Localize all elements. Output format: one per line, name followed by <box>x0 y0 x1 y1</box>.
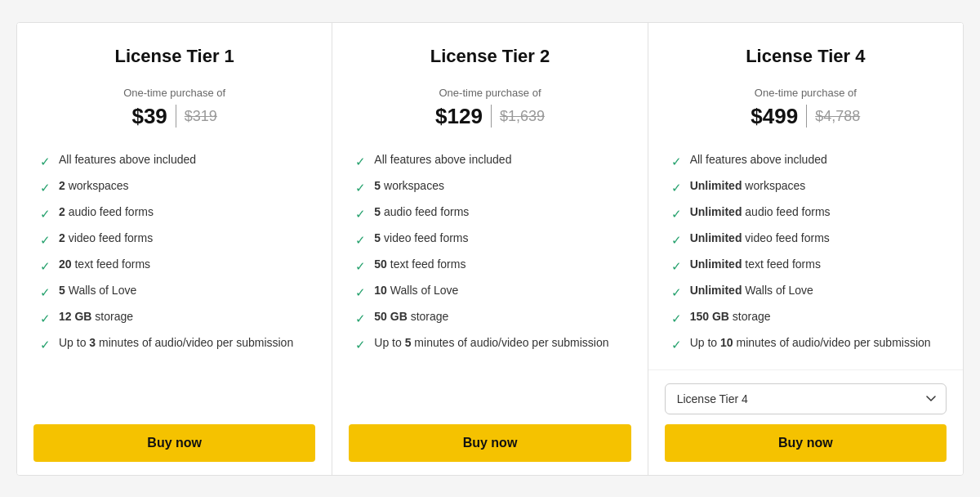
feature-text: Unlimited video feed forms <box>690 231 830 247</box>
list-item: ✓Up to 5 minutes of audio/video per subm… <box>355 335 624 353</box>
features-list-tier4: ✓All features above included✓Unlimited w… <box>671 152 940 353</box>
check-icon: ✓ <box>40 179 51 196</box>
card-title-tier1: License Tier 1 <box>40 46 309 67</box>
check-icon: ✓ <box>40 336 51 353</box>
price-original-tier2: $1,639 <box>500 108 545 125</box>
feature-text: 50 text feed forms <box>374 257 466 273</box>
feature-text: Unlimited audio feed forms <box>690 204 831 221</box>
tier-dropdown-tier4[interactable]: License Tier 4 <box>665 383 947 414</box>
check-icon: ✓ <box>671 179 682 196</box>
price-divider-tier2 <box>491 105 492 128</box>
feature-text: 2 audio feed forms <box>59 204 154 221</box>
check-icon: ✓ <box>355 205 366 222</box>
card-title-tier2: License Tier 2 <box>355 46 624 67</box>
list-item: ✓10 Walls of Love <box>355 283 624 301</box>
card-title-tier4: License Tier 4 <box>671 46 940 67</box>
feature-text: 5 video feed forms <box>374 231 468 247</box>
list-item: ✓All features above included <box>355 152 624 170</box>
list-item: ✓50 GB storage <box>355 309 624 327</box>
list-item: ✓5 audio feed forms <box>355 204 624 222</box>
check-icon: ✓ <box>40 284 51 301</box>
list-item: ✓Unlimited video feed forms <box>671 231 940 248</box>
feature-text: 2 video feed forms <box>59 231 153 247</box>
feature-text: 2 workspaces <box>59 178 129 195</box>
check-icon: ✓ <box>355 336 366 353</box>
price-original-tier1: $319 <box>185 108 217 125</box>
check-icon: ✓ <box>355 231 366 248</box>
list-item: ✓2 video feed forms <box>40 231 309 248</box>
check-icon: ✓ <box>671 153 682 170</box>
feature-text: Unlimited text feed forms <box>690 257 821 273</box>
list-item: ✓2 workspaces <box>40 178 309 196</box>
feature-text: All features above included <box>690 152 827 168</box>
buy-button-tier1[interactable]: Buy now <box>33 424 315 462</box>
pricing-card-tier4: License Tier 4One-time purchase of$499$4… <box>648 23 963 475</box>
list-item: ✓Unlimited audio feed forms <box>671 204 940 222</box>
price-original-tier4: $4,788 <box>815 108 860 125</box>
buy-button-tier4[interactable]: Buy now <box>665 424 947 462</box>
check-icon: ✓ <box>40 257 51 275</box>
buy-button-tier2[interactable]: Buy now <box>349 424 630 462</box>
check-icon: ✓ <box>355 179 366 196</box>
list-item: ✓All features above included <box>671 152 940 170</box>
feature-text: Up to 5 minutes of audio/video per submi… <box>374 335 608 351</box>
feature-text: 50 GB storage <box>374 309 448 325</box>
check-icon: ✓ <box>671 284 682 301</box>
feature-text: 5 Walls of Love <box>59 283 136 299</box>
features-list-tier1: ✓All features above included✓2 workspace… <box>40 152 309 353</box>
pricing-container: License Tier 1One-time purchase of$39$31… <box>16 22 964 476</box>
check-icon: ✓ <box>40 205 51 222</box>
price-current-tier1: $39 <box>131 104 167 129</box>
list-item: ✓Up to 3 minutes of audio/video per subm… <box>40 335 309 353</box>
check-icon: ✓ <box>671 310 682 327</box>
price-label-tier1: One-time purchase of <box>40 87 309 99</box>
feature-text: 150 GB storage <box>690 309 771 325</box>
list-item: ✓Unlimited text feed forms <box>671 257 940 275</box>
check-icon: ✓ <box>40 231 51 248</box>
list-item: ✓50 text feed forms <box>355 257 624 275</box>
list-item: ✓5 workspaces <box>355 178 624 196</box>
check-icon: ✓ <box>671 231 682 248</box>
feature-text: All features above included <box>374 152 511 168</box>
feature-text: 12 GB storage <box>59 309 133 325</box>
list-item: ✓Unlimited workspaces <box>671 178 940 196</box>
price-label-tier4: One-time purchase of <box>671 87 940 99</box>
check-icon: ✓ <box>355 284 366 301</box>
features-list-tier2: ✓All features above included✓5 workspace… <box>355 152 624 353</box>
list-item: ✓20 text feed forms <box>40 257 309 275</box>
check-icon: ✓ <box>355 310 366 327</box>
feature-text: 10 Walls of Love <box>374 283 458 299</box>
list-item: ✓Unlimited Walls of Love <box>671 283 940 301</box>
check-icon: ✓ <box>671 336 682 353</box>
feature-text: Unlimited workspaces <box>690 178 806 195</box>
feature-text: Unlimited Walls of Love <box>690 283 813 299</box>
price-divider-tier4 <box>806 105 807 128</box>
price-label-tier2: One-time purchase of <box>355 87 624 99</box>
list-item: ✓5 video feed forms <box>355 231 624 248</box>
feature-text: 5 audio feed forms <box>374 204 469 221</box>
check-icon: ✓ <box>40 153 51 170</box>
list-item: ✓5 Walls of Love <box>40 283 309 301</box>
feature-text: 5 workspaces <box>374 178 444 195</box>
check-icon: ✓ <box>40 310 51 327</box>
price-current-tier4: $499 <box>751 104 798 129</box>
check-icon: ✓ <box>671 257 682 275</box>
pricing-card-tier2: License Tier 2One-time purchase of$129$1… <box>332 23 648 475</box>
price-divider-tier1 <box>176 105 176 128</box>
list-item: ✓12 GB storage <box>40 309 309 327</box>
price-current-tier2: $129 <box>435 104 483 129</box>
check-icon: ✓ <box>355 153 366 170</box>
list-item: ✓150 GB storage <box>671 309 940 327</box>
check-icon: ✓ <box>671 205 682 222</box>
feature-text: Up to 3 minutes of audio/video per submi… <box>59 335 293 351</box>
check-icon: ✓ <box>355 257 366 275</box>
list-item: ✓2 audio feed forms <box>40 204 309 222</box>
feature-text: Up to 10 minutes of audio/video per subm… <box>690 335 931 351</box>
list-item: ✓Up to 10 minutes of audio/video per sub… <box>671 335 940 353</box>
pricing-card-tier1: License Tier 1One-time purchase of$39$31… <box>17 23 332 475</box>
list-item: ✓All features above included <box>40 152 309 170</box>
feature-text: All features above included <box>59 152 196 168</box>
feature-text: 20 text feed forms <box>59 257 150 273</box>
